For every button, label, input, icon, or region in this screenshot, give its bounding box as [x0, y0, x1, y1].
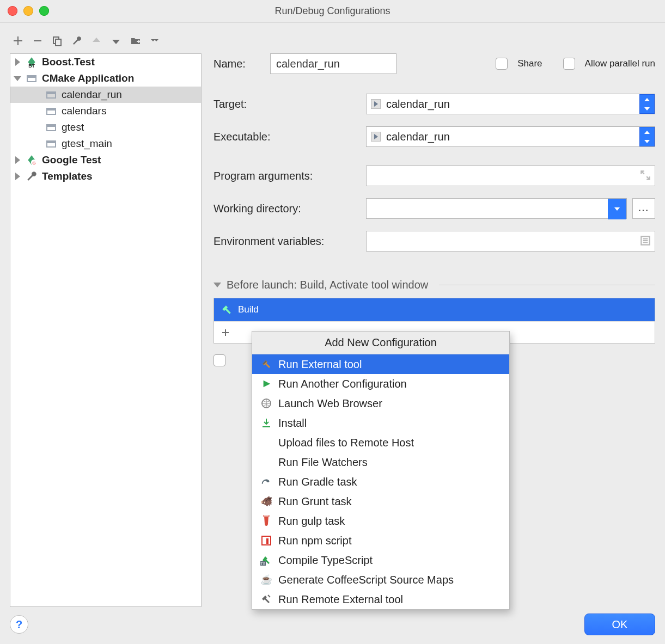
remove-icon[interactable]	[32, 35, 44, 47]
npm-icon	[260, 534, 273, 547]
tree-node-gtest-main[interactable]: gtest_main	[10, 136, 201, 152]
menu-item[interactable]: Run External tool	[252, 354, 509, 374]
show-this-page-checkbox[interactable]	[213, 354, 225, 366]
expand-icon	[15, 173, 20, 180]
help-button[interactable]: ?	[10, 615, 28, 634]
zoom-window-button[interactable]	[39, 6, 49, 16]
menu-item-label: Generate CoffeeScript Source Maps	[278, 574, 454, 586]
task-build[interactable]: Build	[214, 298, 655, 321]
svg-text:G: G	[32, 161, 35, 165]
tree-label: gtest_main	[62, 138, 112, 150]
close-window-button[interactable]	[8, 6, 17, 16]
menu-item[interactable]: Run gulp task	[252, 511, 509, 531]
tree-node-gtest[interactable]: gtest	[10, 119, 201, 136]
menu-item[interactable]: Run npm script	[252, 531, 509, 550]
working-dir-dropdown-button[interactable]	[608, 199, 626, 219]
menu-item[interactable]: 🐗Run Grunt task	[252, 492, 509, 511]
traffic-lights	[8, 6, 49, 16]
menu-item-label: Run File Watchers	[278, 456, 368, 469]
target-select[interactable]: calendar_run	[366, 94, 655, 114]
env-vars-label: Environment variables:	[213, 235, 356, 248]
menu-item[interactable]: TSCompile TypeScript	[252, 550, 509, 570]
env-vars-input[interactable]	[366, 231, 655, 252]
svg-rect-1	[56, 39, 61, 46]
window-title: Run/Debug Configurations	[274, 5, 390, 17]
target-icon	[371, 99, 381, 109]
menu-item[interactable]: Run File Watchers	[252, 452, 509, 472]
menu-item[interactable]: Install	[252, 413, 509, 433]
program-args-input[interactable]	[366, 165, 655, 186]
executable-icon	[371, 132, 381, 142]
menu-item-label: Run Another Configuration	[278, 378, 407, 390]
expand-field-icon[interactable]	[639, 169, 651, 181]
collapse-icon	[14, 76, 21, 81]
hammer-icon	[221, 304, 233, 316]
ts-icon: TS	[260, 554, 273, 567]
collapse-icon[interactable]	[213, 281, 221, 289]
browse-button[interactable]: ...	[632, 198, 655, 219]
tree-label: gtest	[62, 121, 84, 133]
share-checkbox[interactable]	[496, 58, 508, 70]
blank-icon	[260, 456, 273, 469]
window-titlebar: Run/Debug Configurations	[0, 0, 665, 23]
coffee-icon: ☕	[260, 573, 273, 586]
menu-item-label: Run Gradle task	[278, 476, 357, 488]
menu-item[interactable]: ☕Generate CoffeeScript Source Maps	[252, 570, 509, 590]
menu-item-label: Install	[278, 417, 307, 430]
add-icon[interactable]	[12, 35, 24, 47]
menu-item-label: Upload files to Remote Host	[278, 437, 414, 449]
task-label: Build	[238, 304, 259, 315]
wrench-icon	[26, 170, 38, 182]
menu-item-label: Run npm script	[278, 535, 352, 547]
tree-node-calendars[interactable]: calendars	[10, 103, 201, 119]
tree-node-templates[interactable]: Templates	[10, 168, 201, 185]
install-icon	[260, 416, 273, 430]
ok-button[interactable]: OK	[584, 614, 655, 635]
add-task-icon[interactable]	[218, 326, 233, 340]
tree-label: Google Test	[42, 154, 101, 166]
folder-icon[interactable]	[130, 35, 142, 47]
menu-item[interactable]: Upload files to Remote Host	[252, 433, 509, 452]
target-value: calendar_run	[386, 98, 450, 111]
menu-item[interactable]: Run Another Configuration	[252, 374, 509, 394]
env-vars-edit-icon[interactable]	[639, 235, 651, 247]
working-dir-input[interactable]	[366, 198, 627, 219]
divider	[439, 285, 655, 285]
configurations-toolbar	[12, 32, 655, 50]
app-icon	[45, 89, 57, 101]
allow-parallel-checkbox[interactable]	[563, 58, 575, 70]
name-input[interactable]	[270, 53, 396, 74]
executable-select[interactable]: calendar_run	[366, 126, 655, 147]
remote-icon	[260, 593, 273, 606]
tree-node-google-test[interactable]: G Google Test	[10, 152, 201, 168]
copy-icon[interactable]	[51, 35, 63, 47]
move-up-icon[interactable]	[90, 35, 102, 47]
menu-item-label: Run gulp task	[278, 515, 345, 528]
tree-node-calendar-run[interactable]: calendar_run	[10, 87, 201, 103]
select-stepper-icon	[639, 127, 655, 146]
menu-header: Add New Configuration	[252, 332, 509, 354]
menu-item[interactable]: Run Gradle task	[252, 472, 509, 492]
more-icon[interactable]	[149, 35, 161, 47]
expand-icon	[15, 156, 20, 164]
menu-item[interactable]: Launch Web Browser	[252, 394, 509, 413]
svg-text:TS: TS	[261, 562, 266, 566]
target-label: Target:	[213, 98, 356, 111]
tree-node-cmake[interactable]: CMake Application	[10, 70, 201, 87]
move-down-icon[interactable]	[110, 35, 122, 47]
tree-label: calendars	[62, 105, 106, 117]
app-icon	[45, 138, 57, 150]
menu-item-label: Run Grunt task	[278, 495, 352, 508]
working-dir-label: Working directory:	[213, 203, 356, 215]
wrench-icon[interactable]	[71, 35, 83, 47]
share-label: Share	[517, 58, 542, 69]
minimize-window-button[interactable]	[23, 6, 33, 16]
menu-item[interactable]: Run Remote External tool	[252, 590, 509, 609]
menu-item-label: Compile TypeScript	[278, 554, 373, 567]
gradle-icon	[260, 475, 273, 488]
blank-icon	[260, 436, 273, 449]
tree-label: calendar_run	[62, 89, 122, 101]
tree-node-boost[interactable]: BT Boost.Test	[10, 54, 201, 70]
app-icon	[45, 121, 57, 133]
configurations-tree[interactable]: BT Boost.Test CMake Application calendar…	[10, 53, 202, 607]
